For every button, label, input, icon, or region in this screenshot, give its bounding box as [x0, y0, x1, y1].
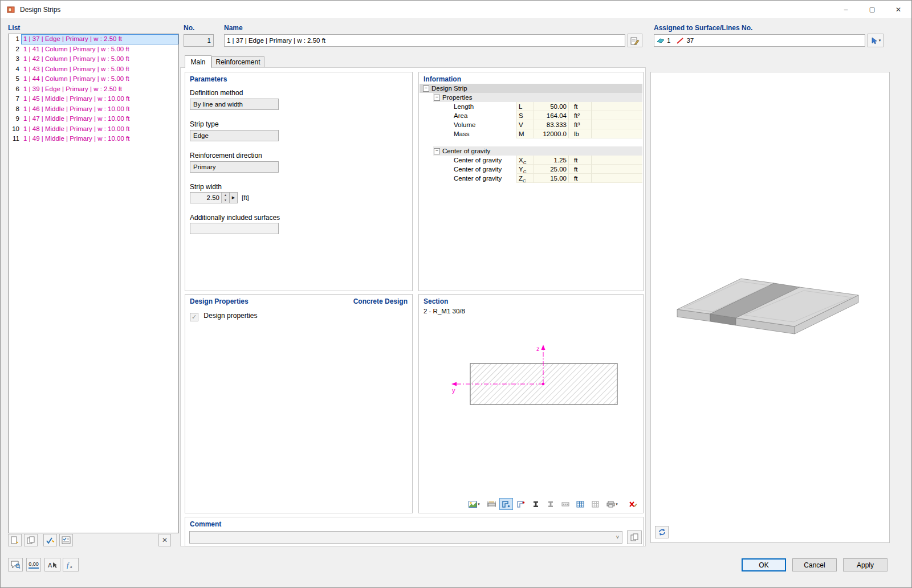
copy-strip-button[interactable]	[24, 534, 38, 546]
reinforcement-direction-combo[interactable]: Primary	[190, 161, 279, 173]
list-item[interactable]: 81 | 46 | Middle | Primary | w : 10.00 f…	[9, 104, 178, 115]
parameters-panel: Parameters Definition method By line and…	[185, 72, 413, 291]
list-item[interactable]: 91 | 47 | Middle | Primary | w : 10.00 f…	[9, 114, 178, 124]
section-origin-point	[542, 383, 545, 386]
viewer-panel[interactable]	[650, 72, 890, 543]
dimensions-icon	[487, 501, 496, 508]
select-annotation-button[interactable]: A	[44, 558, 60, 571]
comment-combo[interactable]: ˅	[189, 531, 622, 544]
concrete-design-label: Concrete Design	[353, 297, 408, 305]
list-item[interactable]: 31 | 42 | Column | Primary | w : 5.00 ft	[9, 54, 178, 64]
stress-points-button[interactable]	[529, 498, 543, 510]
strip-width-unit: [ft]	[242, 194, 249, 201]
name-input[interactable]	[227, 37, 622, 44]
spin-down-icon[interactable]: ▼	[222, 198, 229, 203]
collapse-icon[interactable]: −	[423, 85, 429, 92]
formula-button[interactable]: fx	[63, 558, 79, 571]
information-title: Information	[424, 75, 461, 83]
definition-method-label: Definition method	[190, 89, 243, 97]
tab-reinforcement[interactable]: Reinforcement	[211, 56, 264, 68]
strip-width-input[interactable]: 2.50 ▲ ▼	[190, 192, 230, 203]
design-properties-checkbox[interactable]: ✓	[190, 313, 198, 321]
ok-button[interactable]: OK	[742, 558, 786, 571]
maximize-icon: ▢	[869, 6, 875, 13]
rename-button[interactable]	[628, 34, 642, 47]
grid-button[interactable]	[588, 498, 602, 510]
strip-width-control: 2.50 ▲ ▼ ▶ [ft]	[190, 192, 249, 203]
info-row: Mass M 12000.0 lb	[420, 129, 642, 138]
list-item-label: 1 | 42 | Column | Primary | w : 5.00 ft	[21, 54, 178, 64]
list-item[interactable]: 21 | 41 | Column | Primary | w : 5.00 ft	[9, 44, 178, 55]
maximize-button[interactable]: ▢	[859, 1, 885, 18]
list-item[interactable]: 11 | 37 | Edge | Primary | w : 2.50 ft	[9, 34, 178, 44]
list-item-label: 1 | 43 | Column | Primary | w : 5.00 ft	[21, 64, 178, 75]
name-heading: Name	[224, 24, 243, 32]
minimize-button[interactable]: –	[833, 1, 859, 18]
list-item[interactable]: 111 | 49 | Middle | Primary | w : 10.00 …	[9, 134, 178, 144]
check-icon: ✓	[192, 313, 197, 320]
cancel-button[interactable]: Cancel	[792, 558, 837, 571]
caret-down-icon: ▾	[478, 502, 480, 507]
units-settings-button[interactable]: 0,00	[26, 558, 41, 571]
edit-multiple-button[interactable]	[43, 534, 57, 546]
delete-strip-button[interactable]: ✕	[158, 534, 171, 546]
list-item[interactable]: 61 | 39 | Edge | Primary | w : 2.50 ft	[9, 84, 178, 95]
y-axis-label: y	[452, 387, 455, 394]
values-table-button[interactable]	[573, 498, 587, 510]
surface-icon	[657, 37, 665, 44]
list-item[interactable]: 101 | 48 | Middle | Primary | w : 10.00 …	[9, 124, 178, 134]
collapse-icon[interactable]: −	[434, 148, 440, 154]
definition-method-combo[interactable]: By line and width	[190, 99, 279, 110]
flyout-right-icon: ▶	[232, 195, 235, 200]
strip-width-flyout-button[interactable]: ▶	[230, 192, 238, 203]
sync-view-button[interactable]	[655, 526, 669, 538]
info-root-row[interactable]: − Design Strip	[420, 84, 642, 93]
information-panel: Information − Design Strip −Properties L…	[418, 72, 644, 291]
section-toolbar: ▾	[465, 498, 640, 510]
list-item-label: 1 | 47 | Middle | Primary | w : 10.00 ft	[21, 114, 178, 124]
spin-up-icon[interactable]: ▲	[222, 193, 229, 198]
show-outline-button[interactable]	[499, 498, 513, 510]
collapse-icon[interactable]: −	[434, 95, 440, 101]
info-group-row[interactable]: −Center of gravity	[420, 146, 642, 156]
close-button[interactable]: ✕	[885, 1, 911, 18]
pick-objects-button[interactable]: ▾	[868, 34, 883, 47]
comment-title: Comment	[190, 520, 221, 528]
copy-icon	[630, 533, 639, 541]
list-item[interactable]: 71 | 45 | Middle | Primary | w : 10.00 f…	[9, 94, 178, 104]
list-item[interactable]: 51 | 44 | Column | Primary | w : 5.00 ft	[9, 74, 178, 84]
info-group-row[interactable]: −Properties	[420, 93, 642, 102]
new-strip-button[interactable]	[8, 534, 22, 546]
assigned-field[interactable]: 1 37	[654, 34, 865, 47]
comment-search-button[interactable]	[8, 558, 23, 571]
select-strips-button[interactable]	[59, 534, 73, 546]
parts-button[interactable]	[544, 498, 557, 510]
checklist-icon	[62, 536, 71, 544]
edit-name-icon	[630, 36, 640, 45]
table-icon	[576, 501, 584, 508]
z-axis-arrow-icon	[542, 345, 545, 350]
copy-comment-button[interactable]	[627, 530, 642, 544]
strip-type-combo[interactable]: Edge	[190, 130, 279, 141]
design-strip-list[interactable]: 11 | 37 | Edge | Primary | w : 2.50 ft 2…	[8, 34, 179, 533]
dimensions-button[interactable]	[484, 498, 498, 510]
assigned-heading: Assigned to Surface/Lines No.	[654, 24, 752, 32]
edit-section-button[interactable]	[626, 498, 640, 510]
show-points-button[interactable]	[514, 498, 528, 510]
name-field[interactable]	[224, 34, 625, 47]
line-icon	[676, 37, 685, 44]
list-item-label: 1 | 46 | Middle | Primary | w : 10.00 ft	[21, 104, 178, 115]
strip-width-label: Strip width	[190, 183, 222, 191]
design-properties-option[interactable]: ✓ Design properties	[190, 312, 257, 321]
tab-main[interactable]: Main	[185, 55, 211, 68]
graphic-type-button[interactable]: ▾	[465, 498, 483, 510]
caret-down-icon: ▾	[879, 38, 881, 43]
print-button[interactable]: ▾	[603, 498, 621, 510]
window-controls: – ▢ ✕	[833, 1, 911, 18]
list-item[interactable]: 41 | 43 | Column | Primary | w : 5.00 ft	[9, 64, 178, 75]
ibeam-gray-icon	[547, 501, 554, 508]
included-surfaces-input[interactable]	[190, 223, 279, 234]
strip-width-value: 2.50	[190, 193, 221, 203]
apply-button[interactable]: Apply	[843, 558, 887, 571]
numbering-button[interactable]	[559, 498, 572, 510]
